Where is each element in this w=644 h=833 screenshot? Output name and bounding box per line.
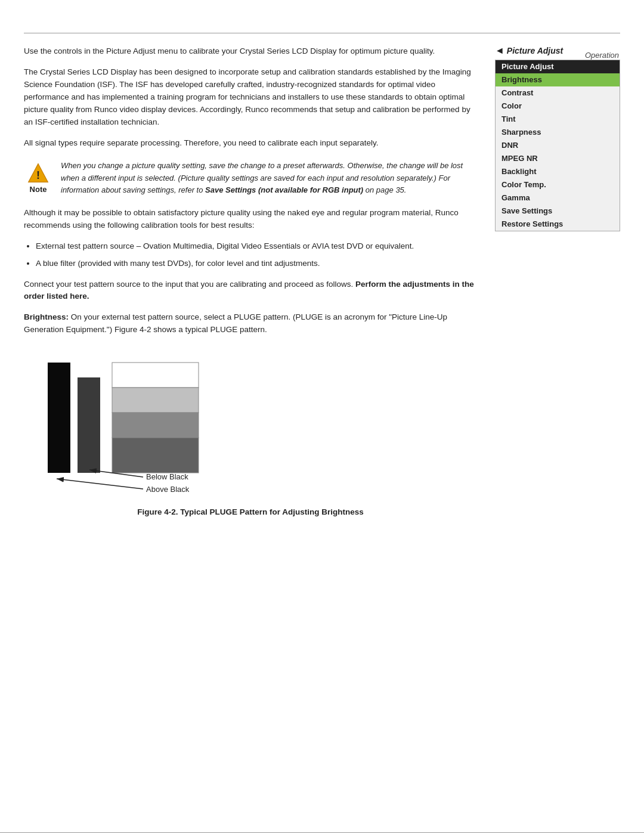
bullet-item-1: External test pattern source – Ovation M…: [36, 240, 477, 253]
sidebar-arrow-icon: ◄: [495, 45, 504, 56]
paragraph-2: The Crystal Series LCD Display has been …: [24, 66, 477, 129]
bullet-item-2: A blue filter (provided with many test D…: [36, 258, 477, 270]
note-label: Note: [30, 185, 47, 194]
brightness-para: Brightness: On your external test patter…: [24, 311, 477, 336]
sidebar-item-picture-adjust[interactable]: Picture Adjust: [496, 60, 620, 73]
sidebar-item-restore-settings[interactable]: Restore Settings: [496, 218, 620, 231]
para5-prefix: Connect your test pattern source to the …: [24, 280, 355, 289]
sidebar-item-dnr[interactable]: DNR: [496, 139, 620, 152]
svg-text:!: !: [36, 169, 40, 181]
content-area: Use the controls in the Picture Adjust m…: [0, 33, 644, 516]
note-text-after: on page 35.: [363, 185, 406, 194]
operation-label: Operation: [585, 51, 619, 60]
sidebar-item-sharpness[interactable]: Sharpness: [496, 126, 620, 139]
sidebar-item-mpeg-nr[interactable]: MPEG NR: [496, 152, 620, 165]
note-text: When you change a picture quality settin…: [61, 160, 477, 196]
sidebar: ◄ Picture Adjust Picture Adjust Brightne…: [495, 45, 620, 516]
page-container: Operation Use the controls in the Pictur…: [0, 33, 644, 833]
warning-triangle-icon: !: [27, 162, 49, 184]
bullet-list: External test pattern source – Ovation M…: [24, 240, 477, 270]
note-icon: ! Note: [24, 160, 52, 194]
svg-rect-7: [112, 438, 199, 473]
sidebar-item-tint[interactable]: Tint: [496, 113, 620, 126]
sidebar-item-brightness[interactable]: Brightness: [496, 73, 620, 86]
main-text: Use the controls in the Picture Adjust m…: [24, 45, 477, 516]
svg-line-12: [57, 479, 143, 489]
svg-rect-3: [78, 377, 100, 473]
paragraph-5: Connect your test pattern source to the …: [24, 278, 477, 304]
sidebar-item-backlight[interactable]: Backlight: [496, 165, 620, 178]
figure-caption: Figure 4-2. Typical PLUGE Pattern for Ad…: [24, 507, 477, 516]
paragraph-1: Use the controls in the Picture Adjust m…: [24, 45, 477, 58]
pluge-diagram-wrapper: Below Black Above Black: [42, 345, 477, 501]
paragraph-3: All signal types require separate proces…: [24, 137, 477, 150]
sidebar-item-color[interactable]: Color: [496, 100, 620, 113]
svg-text:Above Black: Above Black: [146, 485, 190, 494]
sidebar-item-contrast[interactable]: Contrast: [496, 86, 620, 100]
pluge-diagram-svg: Below Black Above Black: [42, 345, 268, 500]
svg-rect-4: [112, 363, 199, 388]
svg-text:Below Black: Below Black: [146, 472, 188, 481]
svg-rect-5: [112, 388, 199, 413]
note-text-bold: Save Settings (not available for RGB inp…: [205, 185, 363, 194]
sidebar-item-save-settings[interactable]: Save Settings: [496, 205, 620, 218]
brightness-heading: Brightness:: [24, 312, 69, 321]
sidebar-item-color-temp[interactable]: Color Temp.: [496, 178, 620, 191]
sidebar-menu: Picture Adjust Brightness Contrast Color…: [495, 60, 620, 231]
sidebar-item-gamma[interactable]: Gamma: [496, 191, 620, 205]
svg-rect-2: [48, 363, 70, 473]
paragraph-4: Although it may be possible to obtain sa…: [24, 207, 477, 232]
svg-rect-6: [112, 413, 199, 438]
note-box: ! Note When you change a picture quality…: [24, 160, 477, 196]
brightness-text: On your external test pattern source, se…: [24, 312, 447, 334]
sidebar-title-text: Picture Adjust: [507, 46, 563, 55]
